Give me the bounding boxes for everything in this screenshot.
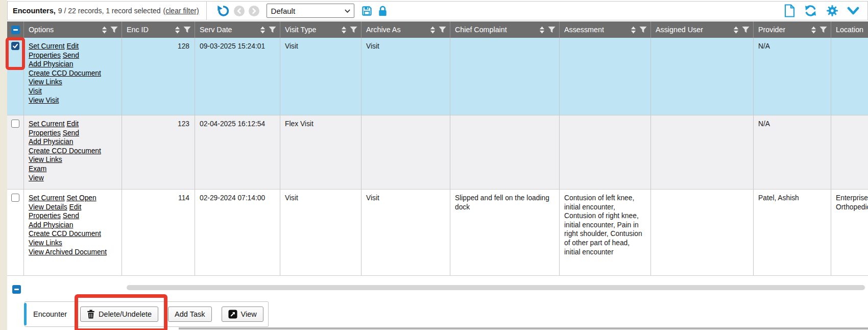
row-select-cell xyxy=(7,115,24,189)
undo-icon[interactable] xyxy=(216,4,230,18)
option-link[interactable]: Visit xyxy=(29,87,42,95)
column-header-enc-id[interactable]: Enc ID xyxy=(122,21,195,38)
visit-type-cell: Visit xyxy=(280,190,361,275)
row-checkbox[interactable] xyxy=(11,120,19,128)
option-link[interactable]: Set Current xyxy=(29,120,65,128)
option-link[interactable]: View Details xyxy=(29,203,67,211)
option-link[interactable]: Set Current xyxy=(29,194,65,202)
row-checkbox[interactable] xyxy=(11,42,19,50)
sort-icon[interactable] xyxy=(631,26,636,34)
column-header-assigned-user[interactable]: Assigned User xyxy=(651,21,754,38)
column-header-chief-complaint[interactable]: Chief Complaint xyxy=(450,21,560,38)
filter-icon[interactable] xyxy=(819,26,827,33)
option-link[interactable]: Create CCD Document xyxy=(29,230,101,238)
serv-date-cell: 02-04-2025 16:12:54 xyxy=(195,115,280,189)
save-icon[interactable] xyxy=(361,5,373,17)
row-checkbox[interactable] xyxy=(11,194,19,202)
sort-icon[interactable] xyxy=(341,26,347,34)
archive-as-cell xyxy=(361,115,450,189)
settings-gear-icon[interactable] xyxy=(826,4,839,17)
sort-icon[interactable] xyxy=(733,26,739,34)
option-link[interactable]: Properties xyxy=(29,52,61,59)
encounter-action-panel: Encounter Delete/Undelete Add Task View xyxy=(25,301,269,327)
option-link[interactable]: View Links xyxy=(29,156,62,163)
option-link[interactable]: Create CCD Document xyxy=(29,69,101,77)
delete-undelete-button[interactable]: Delete/Undelete xyxy=(80,307,158,322)
chief-complaint-cell xyxy=(450,38,560,115)
archive-as-cell: Visit xyxy=(361,190,450,275)
option-link[interactable]: Add Physician xyxy=(29,60,73,68)
collapse-minus-icon[interactable] xyxy=(11,26,20,34)
option-link[interactable]: Set Open xyxy=(66,194,96,202)
filter-icon[interactable] xyxy=(548,26,556,33)
prev-page-icon[interactable] xyxy=(234,6,245,16)
option-link[interactable]: Edit xyxy=(69,203,82,211)
option-link[interactable]: View Links xyxy=(29,78,62,86)
new-document-icon[interactable] xyxy=(784,4,795,17)
horizontal-scrollbar[interactable] xyxy=(127,285,865,290)
next-page-icon[interactable] xyxy=(249,6,259,16)
panel-group-label: Encounter xyxy=(33,310,67,318)
lock-icon[interactable] xyxy=(377,5,388,17)
filter-icon[interactable] xyxy=(183,26,191,33)
option-link[interactable]: Properties xyxy=(29,129,61,137)
check-icon xyxy=(12,43,18,49)
option-link[interactable]: View Links xyxy=(29,239,62,247)
view-preset-select[interactable]: Default xyxy=(267,4,354,18)
option-link[interactable]: Add Physician xyxy=(29,221,73,229)
column-header-assessment[interactable]: Assessment xyxy=(560,21,651,38)
add-task-button[interactable]: Add Task xyxy=(168,307,211,322)
option-link[interactable]: Properties xyxy=(29,212,61,220)
option-link[interactable]: Send xyxy=(63,212,79,220)
option-link[interactable]: Edit xyxy=(66,120,79,128)
option-link[interactable]: Set Current xyxy=(29,42,65,50)
option-link[interactable]: View xyxy=(29,174,44,182)
filter-icon[interactable] xyxy=(269,26,276,33)
sort-icon[interactable] xyxy=(811,26,816,34)
left-margin-strip xyxy=(0,0,7,330)
visit-type-cell: Flex Visit xyxy=(280,115,361,189)
column-header-options[interactable]: Options xyxy=(24,21,122,38)
filter-icon[interactable] xyxy=(439,26,446,33)
trash-icon xyxy=(87,310,95,319)
location-cell xyxy=(831,38,868,115)
option-link[interactable]: Send xyxy=(63,129,79,137)
assigned-user-cell xyxy=(651,38,754,115)
view-button[interactable]: View xyxy=(222,307,263,322)
assessment-cell: Contusion of left knee, initial encounte… xyxy=(560,190,651,275)
table-row: Set Current EditProperties SendAdd Physi… xyxy=(7,115,868,190)
refresh-icon[interactable] xyxy=(804,4,817,17)
sort-icon[interactable] xyxy=(260,26,266,34)
chief-complaint-cell: Slipped and fell on the loading dock xyxy=(450,190,560,275)
sort-icon[interactable] xyxy=(430,26,436,34)
options-cell: Set Current Set OpenView Details EditPro… xyxy=(24,190,122,275)
column-header-provider[interactable]: Provider xyxy=(754,21,831,38)
filter-icon[interactable] xyxy=(110,26,118,33)
column-header-visit-type[interactable]: Visit Type xyxy=(280,21,361,38)
sort-icon[interactable] xyxy=(102,26,107,34)
archive-as-cell: Visit xyxy=(361,38,450,115)
provider-cell: N/A xyxy=(754,115,831,189)
chief-complaint-cell xyxy=(450,115,560,189)
page-title: Encounters, xyxy=(13,7,56,15)
column-header-serv-date[interactable]: Serv Date xyxy=(195,21,280,38)
chevron-down-icon[interactable] xyxy=(847,6,859,16)
option-link[interactable]: Exam xyxy=(29,165,46,173)
option-link[interactable]: Send xyxy=(63,52,79,59)
column-header-archive-as[interactable]: Archive As xyxy=(361,21,450,38)
enc-id-cell: 128 xyxy=(122,38,195,115)
select-all-collapse[interactable] xyxy=(7,21,24,38)
sort-icon[interactable] xyxy=(539,26,545,34)
collapse-minus-icon[interactable] xyxy=(12,285,21,294)
option-link[interactable]: View Archived Document xyxy=(29,248,107,256)
filter-icon[interactable] xyxy=(742,26,750,33)
filter-icon[interactable] xyxy=(350,26,357,33)
option-link[interactable]: Create CCD Document xyxy=(29,147,101,155)
column-header-location[interactable]: Location xyxy=(831,21,868,38)
filter-icon[interactable] xyxy=(639,26,647,33)
option-link[interactable]: Edit xyxy=(66,42,79,50)
sort-icon[interactable] xyxy=(175,26,180,34)
clear-filter-link[interactable]: (clear filter) xyxy=(163,7,199,15)
option-link[interactable]: View Visit xyxy=(29,97,59,104)
option-link[interactable]: Add Physician xyxy=(29,138,73,146)
